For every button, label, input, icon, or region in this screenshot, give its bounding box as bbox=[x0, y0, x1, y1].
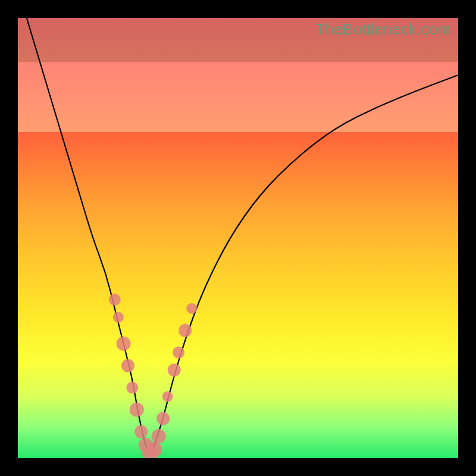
data-marker bbox=[109, 294, 121, 306]
chart-area: TheBottleneck.com bbox=[18, 18, 458, 458]
data-marker bbox=[121, 359, 134, 372]
data-marker bbox=[178, 324, 192, 337]
data-marker bbox=[162, 391, 173, 402]
data-marker bbox=[186, 303, 197, 314]
data-marker bbox=[152, 429, 166, 443]
data-marker bbox=[168, 364, 181, 377]
plot-svg bbox=[18, 18, 458, 458]
marker-group bbox=[109, 294, 197, 458]
data-marker bbox=[126, 382, 138, 394]
data-marker bbox=[130, 403, 144, 417]
data-marker bbox=[113, 312, 124, 322]
data-marker bbox=[134, 425, 148, 439]
data-marker bbox=[156, 412, 170, 425]
data-marker bbox=[146, 441, 162, 457]
bottleneck-curve bbox=[27, 18, 458, 455]
data-marker bbox=[173, 346, 184, 358]
data-marker bbox=[117, 337, 131, 351]
